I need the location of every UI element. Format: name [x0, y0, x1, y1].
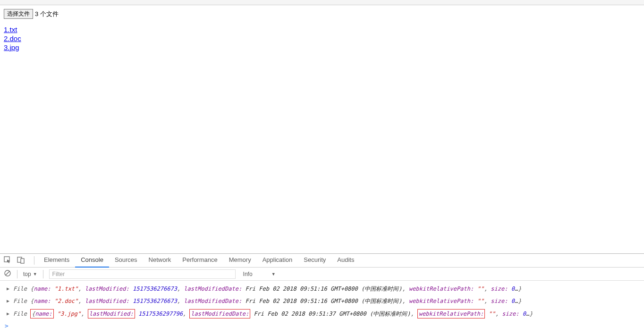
file-link[interactable]: 2.doc	[4, 34, 21, 42]
choose-file-button[interactable]: 选择文件	[4, 9, 33, 19]
file-input-row: 选择文件 3 个文件	[4, 9, 640, 19]
file-count-status: 3 个文件	[35, 10, 59, 18]
browser-toolbar-strip	[0, 0, 644, 5]
file-links-list: 1.txt 2.doc 3.jpg	[4, 25, 640, 51]
file-link[interactable]: 1.txt	[4, 25, 17, 34]
page-content: 选择文件 3 个文件 1.txt 2.doc 3.jpg	[0, 5, 644, 55]
file-link[interactable]: 3.jpg	[4, 43, 19, 51]
